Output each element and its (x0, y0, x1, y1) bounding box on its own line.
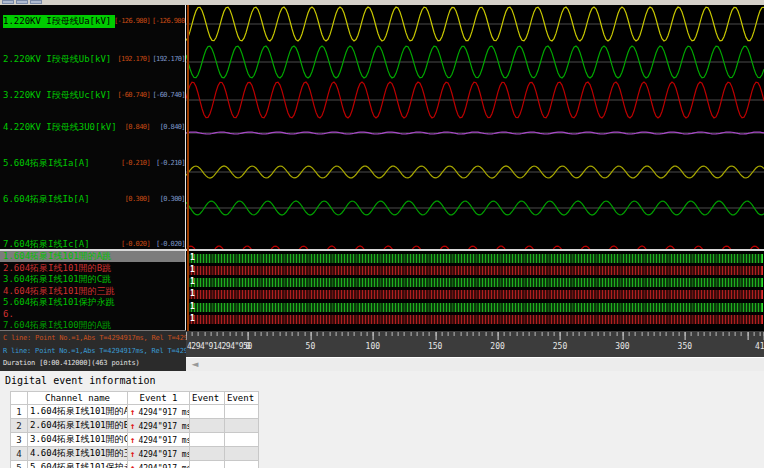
state-value: 1 (190, 253, 195, 262)
event1-cell: ↑4294"917 ms (128, 433, 190, 447)
digital-event-table: Channel nameEvent 1Event 2Event 3 11.604… (10, 391, 259, 468)
digital-channel-row[interactable]: 5.604拓泉I线101保护永跳 (0, 297, 186, 308)
time-tick-label: 0 (246, 342, 251, 351)
recorder-window: 1.220KV I段母线Ua[kV][-126.980][-126.980]2.… (0, 0, 764, 468)
event2-cell (190, 447, 225, 461)
state-value: 1 (190, 277, 195, 286)
digital-channel-row[interactable]: 2.604拓泉I线101開的B跳 (0, 263, 186, 274)
event3-cell (225, 419, 259, 433)
table-row[interactable]: 44.604拓泉I线101開的三跳↑4294"917 ms (11, 447, 259, 461)
event3-cell (225, 433, 259, 447)
digital-status-bar: 1 (188, 266, 763, 275)
table-row[interactable]: 11.604拓泉I线101開的A跳↑4294"917 ms (11, 405, 259, 419)
table-header-row: Channel nameEvent 1Event 2Event 3 (11, 392, 259, 405)
digital-channel-row[interactable]: 6. (0, 309, 186, 320)
digital-channel-row[interactable]: 7.604拓泉I线100開的A跳 (0, 320, 186, 330)
toolbar-button-icon[interactable] (2, 0, 14, 4)
duration-status: Duration [0:00.412000](463 points) (3, 359, 140, 367)
cursor-value: [-126.980] (114, 15, 150, 28)
cursor-line[interactable] (187, 5, 189, 331)
column-header: Channel name (28, 392, 128, 405)
column-header: Event 1 (128, 392, 190, 405)
event1-cell: ↑4294"917 ms (128, 447, 190, 461)
analog-channel-row[interactable]: 1.220KV I段母线Ua[kV][-126.980][-126.980] (0, 15, 186, 28)
reference-value: [192.170] (152, 53, 185, 66)
r-line-status: R line: Point No.=1,Abs T=4294917ms, Rel… (3, 347, 186, 355)
reference-value: [-126.980] (152, 15, 185, 28)
channel-label-panel: 1.220KV I段母线Ua[kV][-126.980][-126.980]2.… (0, 5, 186, 330)
event2-cell (190, 461, 225, 468)
event2-cell (190, 405, 225, 419)
cursor-value: [-60.740] (114, 89, 150, 102)
rising-edge-arrow-icon: ↑ (130, 435, 135, 445)
channel-name-cell: 4.604拓泉I线101開的三跳 (28, 447, 128, 461)
horizontal-scrollbar[interactable]: ◄ (186, 357, 764, 371)
time-axis-overlap-label: 4294"914294"950 (187, 342, 252, 351)
panel-separator (185, 5, 186, 371)
rising-edge-arrow-icon: ↑ (130, 407, 135, 417)
state-value: 1 (190, 289, 195, 298)
state-value: 1 (190, 265, 195, 274)
digital-channel-row[interactable]: 3.604拓泉I线101開的C跳 (0, 274, 186, 285)
state-value: 1 (190, 302, 195, 311)
toolbar-button-icon[interactable] (30, 0, 42, 4)
analog-channel-label: 5.604拓泉I线Ia[A] (3, 157, 90, 170)
digital-status-bar: 1 (188, 303, 763, 312)
analog-channel-label: 1.220KV I段母线Ua[kV] (3, 15, 115, 28)
analog-channel-row[interactable]: 3.220KV I段母线Uc[kV][-60.740][-60.740] (0, 89, 186, 102)
reference-value: [0.300] (152, 193, 185, 206)
time-tick-label: 200 (490, 342, 504, 351)
event2-cell (190, 419, 225, 433)
cursor-value: [0.300] (114, 193, 150, 206)
analog-channel-row[interactable]: 5.604拓泉I线Ia[A][-0.210][-0.210] (0, 157, 186, 170)
digital-status-bar: 1 (188, 315, 763, 324)
event1-cell: ↑4294"917 ms (128, 419, 190, 433)
digital-channel-row[interactable]: 4.604拓泉I线101開的三跳 (0, 286, 186, 297)
time-axis-ruler[interactable]: 4294"914294"950 41 050100150200250300350 (186, 331, 764, 357)
reference-value: [0.840] (152, 121, 185, 134)
analog-channel-row[interactable]: 2.220KV I段母线Ub[kV][192.170][192.170] (0, 53, 186, 66)
cursor-value: [192.170] (114, 53, 150, 66)
minor-ticks (186, 332, 764, 336)
analog-channel-label: 6.604拓泉I线Ib[A] (3, 193, 90, 206)
section-title: Digital event information (5, 375, 156, 386)
analog-channel-row[interactable]: 6.604拓泉I线Ib[A][0.300][0.300] (0, 193, 186, 206)
analog-channel-row[interactable]: 4.220KV I段母线3U0[kV][0.840][0.840] (0, 121, 186, 134)
rising-edge-arrow-icon: ↑ (130, 449, 135, 459)
time-tick-label: 100 (366, 342, 380, 351)
table-row[interactable]: 55.604拓泉I线101保护永跳↑4294"917 ms (11, 461, 259, 468)
reference-value: [-60.740] (152, 89, 185, 102)
channel-name-cell: 5.604拓泉I线101保护永跳 (28, 461, 128, 468)
digital-status-bar: 1 (188, 290, 763, 299)
event1-cell: ↑4294"917 ms (128, 461, 190, 468)
digital-event-panel: Digital event information Channel nameEv… (0, 371, 764, 468)
cursor-value: [0.840] (114, 121, 150, 134)
scroll-left-arrow-icon[interactable]: ◄ (188, 359, 202, 370)
digital-status-bar: 1 (188, 278, 763, 287)
cursor-value: [-0.210] (114, 157, 150, 170)
state-value: 1 (190, 314, 195, 323)
analog-channel-label: 4.220KV I段母线3U0[kV] (3, 121, 117, 134)
channel-name-cell: 2.604拓泉I线101開的B跳 (28, 419, 128, 433)
analog-digital-divider (0, 249, 764, 251)
event3-cell (225, 461, 259, 468)
rising-edge-arrow-icon: ↑ (130, 421, 135, 431)
event3-cell (225, 447, 259, 461)
analog-channel-label: 3.220KV I段母线Uc[kV] (3, 89, 111, 102)
row-number: 3 (11, 433, 28, 447)
rising-edge-arrow-icon: ↑ (130, 463, 135, 468)
time-axis-end-label: 41 (755, 342, 764, 351)
time-tick-label: 50 (306, 342, 316, 351)
column-header: Event 2 (190, 392, 225, 405)
analog-channel-label: 2.220KV I段母线Ub[kV] (3, 53, 111, 66)
event1-cell: ↑4294"917 ms (128, 405, 190, 419)
digital-channel-row[interactable]: 1.604拓泉I线101開的A跳 (0, 251, 186, 262)
table-row[interactable]: 33.604拓泉I线101開的C跳↑4294"917 ms (11, 433, 259, 447)
reference-value: [-0.210] (152, 157, 185, 170)
time-tick-label: 150 (428, 342, 442, 351)
table-row[interactable]: 22.604拓泉I线101開的B跳↑4294"917 ms (11, 419, 259, 433)
row-number: 4 (11, 447, 28, 461)
channel-name-cell: 3.604拓泉I线101開的C跳 (28, 433, 128, 447)
time-tick-label: 250 (553, 342, 567, 351)
toolbar-button-icon[interactable] (16, 0, 28, 4)
